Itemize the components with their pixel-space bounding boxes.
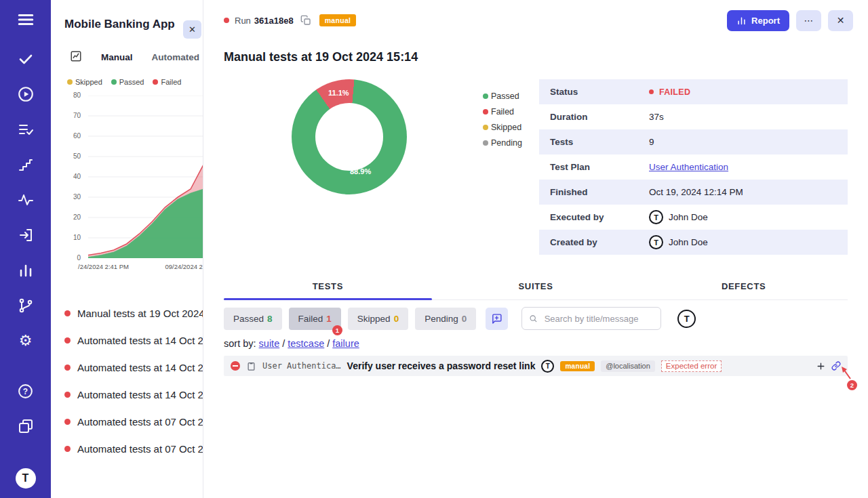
report-button[interactable]: Report [727,10,789,31]
failed-run-dot [64,310,71,316]
comment-filter-button[interactable] [486,308,508,330]
legend-passed: Passed [111,78,144,86]
legend-item-skipped: Skipped [483,123,522,132]
tab-automated[interactable]: Automated [152,52,200,62]
comment-icon [491,313,502,325]
avatar: T [649,210,663,224]
branch-icon[interactable] [17,297,35,314]
legend-item-passed: Passed [483,91,522,101]
trend-chart-icon[interactable] [70,50,82,64]
filter-pending-button[interactable]: Pending0 [415,308,476,330]
tab-manual[interactable]: Manual [101,52,133,62]
report-chart-icon [736,16,747,26]
info-row-test-plan: Test Plan User Authentication [539,154,848,180]
run-overview: 11.1% 88.9% Passed Failed Skipped Pendin… [203,79,868,255]
steps-icon[interactable] [17,156,35,173]
info-row-created-by: Created by TJohn Doe [539,230,848,255]
test-error: Expected error [661,360,722,372]
link-icon[interactable] [831,361,841,371]
run-detail: Run 361a18e8 manual Report ⋯ ✕ Manual te… [203,0,868,498]
app: ⚙ ? T Mobile Banking App ✕ Manual Automa… [0,0,868,498]
search-input[interactable] [543,313,654,325]
filter-passed-button[interactable]: Passed8 [224,308,282,330]
trend-legend: Skipped Passed Failed [67,78,203,86]
more-button[interactable]: ⋯ [796,10,821,31]
filter-bar: Passed8 Failed1 1 Skipped0 Pending0 T [224,307,848,330]
close-run-button[interactable]: ✕ [828,10,853,31]
failed-run-dot [64,365,71,371]
avatar: T [649,235,663,249]
sort-by-failure[interactable]: failure [332,338,359,349]
callout-step-1: 1 [332,325,342,335]
result-tabs: TESTS SUITES DEFECTS [224,275,848,300]
failed-run-dot [64,337,71,344]
run-info-table: Status FAILED Duration 37s Tests 9 Test … [539,79,848,255]
chart-area-passed [88,189,203,258]
sort-by-suite[interactable]: suite [259,338,280,349]
info-row-finished: Finished Oct 19, 2024 12:14 PM [539,180,848,205]
tab-tests[interactable]: TESTS [224,275,432,299]
tab-defects[interactable]: DEFECTS [639,275,848,299]
suite-name: User Authentica… [262,361,341,371]
tab-suites[interactable]: SUITES [432,275,640,299]
test-row-actions [816,361,841,371]
project-tabs: Manual Automated [70,50,203,64]
plus-icon[interactable] [816,362,825,371]
test-list-icon[interactable] [17,121,35,138]
pending-dot [483,140,488,146]
runs-trend-chart: 80 70 60 50 40 30 20 10 0 [51,96,203,275]
sort-by-testcase[interactable]: testcase [288,338,324,349]
svg-text:?: ? [23,386,28,396]
filter-skipped-button[interactable]: Skipped0 [348,308,408,330]
play-circle-icon[interactable] [17,85,35,103]
gear-icon[interactable]: ⚙ [17,332,35,350]
run-list-item[interactable]: Automated tests at 14 Oct 2 [51,381,203,408]
failed-test-icon [231,361,240,371]
failed-run-dot [64,419,71,425]
sign-in-icon[interactable] [17,226,35,244]
test-result-row[interactable]: User Authentica… Verify user receives a … [224,356,848,376]
user-filter-avatar[interactable]: T [677,310,696,328]
test-tag: @localisation [601,360,655,372]
passed-dot [483,94,488,99]
project-close-button[interactable]: ✕ [183,20,201,39]
status-value: FAILED [659,87,690,97]
legend-failed: Failed [153,78,181,86]
info-row-status: Status FAILED [539,79,848,104]
help-icon[interactable]: ? [17,382,35,400]
callout-step-2: 2 [847,380,857,390]
run-list-item[interactable]: Automated tests at 07 Oct 2 [51,435,203,462]
run-header-actions: Report ⋯ ✕ [727,10,853,31]
pulse-icon[interactable] [17,191,35,209]
sidebar: ⚙ ? T [0,0,51,498]
test-plan-link[interactable]: User Authentication [649,162,728,172]
passed-dot [111,79,117,85]
run-list-item[interactable]: Automated tests at 14 Oct 2 [51,327,203,354]
donut-legend: Passed Failed Skipped Pending [483,91,522,148]
project-panel: Mobile Banking App ✕ Manual Automated Sk… [51,0,203,498]
run-list-item[interactable]: Automated tests at 14 Oct 2 [51,354,203,381]
project-title: Mobile Banking App [64,18,203,31]
failed-dot [483,109,488,115]
legend-skipped: Skipped [67,78,102,86]
y-axis-labels: 80 70 60 50 40 30 20 10 0 [51,91,83,262]
run-list-item[interactable]: Manual tests at 19 Oct 2024 [51,299,203,327]
copy-icon[interactable] [300,15,311,26]
donut-failed-label: 11.1% [328,89,349,97]
filter-failed-button[interactable]: Failed1 1 [289,308,341,330]
avatar: T [541,360,554,373]
run-header: Run 361a18e8 manual Report ⋯ ✕ [203,0,868,41]
check-icon[interactable] [17,50,35,68]
folders-icon[interactable] [17,417,35,435]
run-list-item[interactable]: Automated tests at 07 Oct 2 [51,408,203,435]
search-box [521,307,661,330]
info-row-duration: Duration 37s [539,104,848,129]
legend-item-pending: Pending [483,138,522,148]
donut-chart: 11.1% 88.9% [292,79,407,194]
bar-chart-icon[interactable] [17,262,35,279]
failed-run-dot [64,446,71,452]
logo-icon[interactable]: T [16,468,36,489]
run-id: 361a18e8 [254,16,294,26]
menu-icon[interactable] [17,11,35,28]
info-row-tests: Tests 9 [539,129,848,154]
